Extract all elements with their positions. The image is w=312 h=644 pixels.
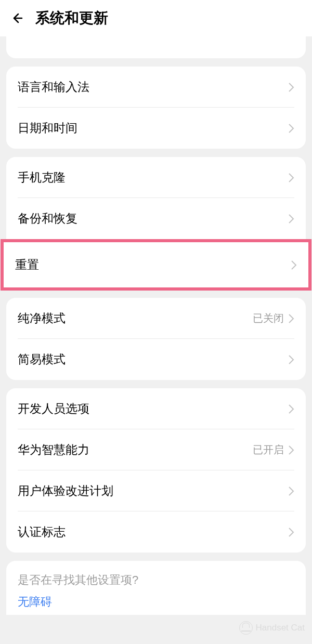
chevron-right-icon [291,260,297,270]
chevron-right-icon [288,527,294,537]
row-label: 开发人员选项 [18,401,89,417]
chevron-right-icon [288,404,294,414]
row-ux-improvement[interactable]: 用户体验改进计划 [6,470,306,511]
row-label: 用户体验改进计划 [18,483,113,499]
search-other-card: 是否在寻找其他设置项? 无障碍 [6,561,306,615]
chevron-right-icon [288,354,294,365]
row-label: 华为智慧能力 [18,442,89,458]
row-label: 简易模式 [18,351,66,367]
row-label: 认证标志 [18,524,66,540]
row-label: 纯净模式 [18,310,66,326]
watermark: Handset Cat [239,621,305,635]
row-label: 语言和输入法 [18,79,89,95]
watermark-text: Handset Cat [256,623,305,633]
row-date-time[interactable]: 日期和时间 [6,108,306,149]
row-simple-mode[interactable]: 简易模式 [6,339,306,380]
header-bar: 系统和更新 [0,0,312,36]
row-language-input[interactable]: 语言和输入法 [6,67,306,108]
settings-group-lang-time: 语言和输入法 日期和时间 [6,67,306,149]
row-pure-mode[interactable]: 纯净模式 已关闭 [6,298,306,339]
search-prompt: 是否在寻找其他设置项? [18,572,294,588]
chevron-right-icon [288,486,294,496]
highlight-frame: 重置 [1,239,311,291]
row-cert-mark[interactable]: 认证标志 [6,511,306,553]
row-value: 已关闭 [253,311,284,325]
chevron-right-icon [288,445,294,455]
back-icon[interactable] [10,12,23,24]
row-developer-options[interactable]: 开发人员选项 [6,388,306,429]
chevron-right-icon [288,123,294,134]
partial-card-top [6,36,306,58]
row-reset[interactable]: 重置 [4,242,308,287]
row-backup-restore[interactable]: 备份和恢复 [6,198,306,239]
settings-group-modes: 纯净模式 已关闭 简易模式 [6,298,306,380]
settings-group-clone-backup: 手机克隆 备份和恢复 [6,157,306,239]
row-value: 已开启 [253,443,284,457]
cat-logo-icon [239,621,253,635]
row-huawei-ai[interactable]: 华为智慧能力 已开启 [6,429,306,470]
row-label: 重置 [15,257,39,273]
settings-group-developer: 开发人员选项 华为智慧能力 已开启 用户体验改进计划 认证标志 [6,388,306,553]
chevron-right-icon [288,214,294,224]
chevron-right-icon [288,82,294,93]
page-title: 系统和更新 [35,8,108,28]
search-link-accessibility[interactable]: 无障碍 [18,594,294,610]
row-label: 备份和恢复 [18,211,77,227]
chevron-right-icon [288,313,294,324]
chevron-right-icon [288,173,294,183]
row-label: 日期和时间 [18,120,77,136]
row-phone-clone[interactable]: 手机克隆 [6,157,306,198]
row-label: 手机克隆 [18,169,66,186]
